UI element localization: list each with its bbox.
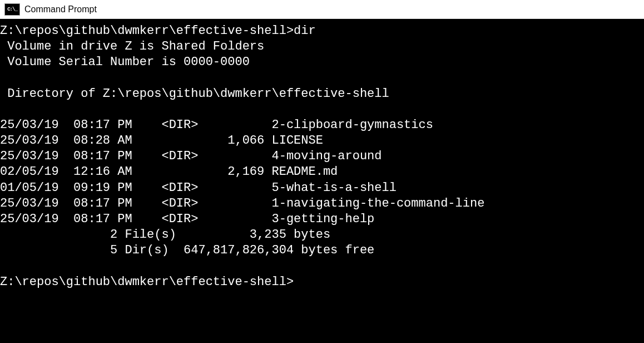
cmd-icon: C:\_ (4, 3, 20, 16)
command-text: dir (294, 24, 316, 38)
prompt-path: Z:\repos\github\dwmkerr\effective-shell> (0, 24, 294, 38)
summary-dirs: 5 Dir(s) 647,817,826,304 bytes free (0, 243, 374, 257)
prompt-line-2: Z:\repos\github\dwmkerr\effective-shell> (0, 275, 294, 289)
terminal-output[interactable]: Z:\repos\github\dwmkerr\effective-shell>… (0, 19, 644, 343)
dir-entry: 25/03/19 08:17 PM <DIR> 4-moving-around (0, 149, 382, 163)
prompt-line: Z:\repos\github\dwmkerr\effective-shell>… (0, 24, 316, 38)
dir-entry: 25/03/19 08:17 PM <DIR> 2-clipboard-gymn… (0, 118, 433, 132)
dir-entry: 25/03/19 08:17 PM <DIR> 3-getting-help (0, 212, 374, 226)
volume-line: Volume in drive Z is Shared Folders (0, 40, 264, 53)
dir-entry: 02/05/19 12:16 AM 2,169 README.md (0, 165, 338, 179)
summary-files: 2 File(s) 3,235 bytes (0, 228, 330, 242)
dir-entry: 25/03/19 08:17 PM <DIR> 1-navigating-the… (0, 197, 484, 210)
dir-entry: 25/03/19 08:28 AM 1,066 LICENSE (0, 134, 323, 148)
cmd-icon-text: C:\_ (7, 7, 17, 12)
window-title: Command Prompt (24, 4, 97, 14)
directory-line: Directory of Z:\repos\github\dwmkerr\eff… (0, 87, 389, 101)
title-bar[interactable]: C:\_ Command Prompt (0, 0, 644, 19)
serial-line: Volume Serial Number is 0000-0000 (0, 55, 250, 69)
dir-entry: 01/05/19 09:19 PM <DIR> 5-what-is-a-shel… (0, 181, 397, 195)
